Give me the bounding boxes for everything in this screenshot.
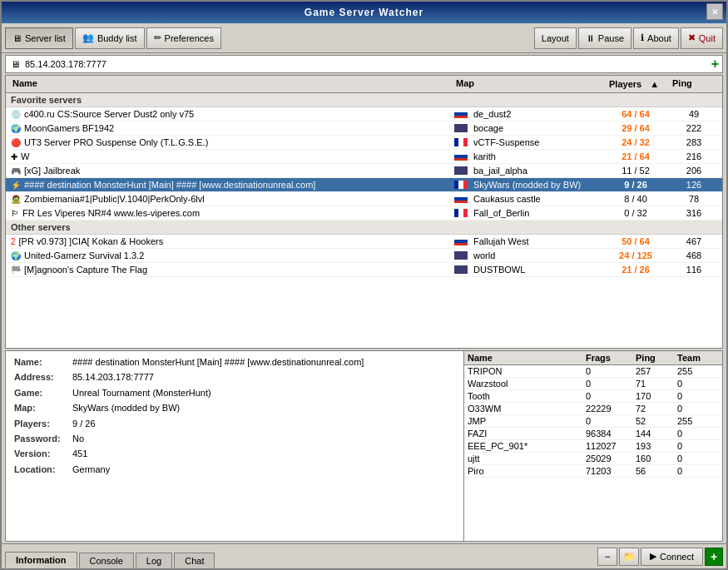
info-password-value: No: [72, 433, 84, 445]
list-item: TRIPON0257255: [464, 365, 722, 378]
about-icon: ℹ: [641, 32, 644, 43]
info-password-row: Password: No: [14, 433, 455, 445]
monitor-icon: 🖥: [11, 59, 20, 69]
info-panel: Name: #### destination MonsterHunt [Main…: [6, 351, 464, 541]
table-row[interactable]: 🏁[M]agnoon's Capture The Flag DUSTBOWL 2…: [6, 263, 722, 277]
info-game-row: Game: Unreal Tournament (MonsterHunt): [14, 387, 455, 399]
players-panel: Name Frags Ping Team TRIPON0257255Warzst…: [464, 351, 722, 541]
info-map-value: SkyWars (modded by BW): [72, 402, 180, 414]
list-item: ujtt250291600: [464, 453, 722, 465]
tab-information[interactable]: Information: [5, 552, 77, 568]
list-item: Tooth01700: [464, 390, 722, 403]
info-version-row: Version: 451: [14, 448, 455, 460]
buddy-list-label: Buddy list: [97, 33, 137, 43]
info-name-value: #### destination MonsterHunt [Main] ####…: [72, 356, 364, 369]
col-players-header: Players ▲: [602, 77, 669, 91]
tab-log[interactable]: Log: [136, 553, 172, 568]
list-item: EEE_PC_901*1120271930: [464, 440, 722, 453]
layout-button[interactable]: Layout: [534, 27, 577, 49]
pause-button[interactable]: ⏸ Pause: [578, 27, 631, 49]
bottom-panel: Name: #### destination MonsterHunt [Main…: [5, 350, 723, 542]
connect-button[interactable]: ▶ Connect: [641, 548, 703, 566]
players-header: Name Frags Ping Team: [464, 351, 722, 365]
toolbar-right: Layout ⏸ Pause ℹ About ✖ Quit: [534, 27, 723, 49]
info-players-value: 9 / 26: [72, 418, 96, 430]
quit-button[interactable]: ✖ Quit: [681, 27, 723, 49]
info-map-row: Map: SkyWars (modded by BW): [14, 402, 455, 414]
info-players-row: Players: 9 / 26: [14, 418, 455, 430]
table-row[interactable]: ✚W karith 21 / 64 216: [6, 150, 722, 164]
status-tabs: Information Console Log Chat: [2, 544, 220, 568]
pause-icon: ⏸: [586, 33, 595, 43]
address-value: 85.14.203.178:7777: [25, 59, 106, 69]
titlebar: Game Server Watcher ✕: [2, 2, 726, 23]
list-item: Warzstool0710: [464, 378, 722, 390]
server-list-button[interactable]: 🖥 Server list: [5, 27, 73, 49]
table-row[interactable]: 🌍United-Gamerz Survival 1.3.2 world 24 /…: [6, 249, 722, 263]
layout-label: Layout: [542, 33, 569, 43]
about-button[interactable]: ℹ About: [633, 27, 679, 49]
table-row[interactable]: 2[PR v0.973] ]CIA[ Kokan & Hookers Fallu…: [6, 235, 722, 249]
pause-label: Pause: [598, 33, 624, 43]
info-address-row: Address: 85.14.203.178:7777: [14, 371, 455, 384]
col-name-header: Name: [9, 77, 453, 91]
info-location-row: Location: Germany: [14, 463, 455, 476]
folder-icon: 📁: [623, 551, 636, 563]
tab-chat[interactable]: Chat: [174, 553, 215, 568]
folder-button[interactable]: 📁: [619, 548, 639, 566]
list-item: Piro71203560: [464, 465, 722, 478]
players-col-ping: Ping: [636, 353, 677, 363]
server-list-label: Server list: [25, 33, 66, 43]
info-game-value: Unreal Tournament (MonsterHunt): [72, 387, 211, 399]
buddy-list-icon: 👥: [82, 32, 94, 43]
info-location-value: Germany: [72, 463, 110, 476]
server-list-icon: 🖥: [12, 33, 22, 43]
info-name-row: Name: #### destination MonsterHunt [Main…: [14, 356, 455, 369]
buddy-list-button[interactable]: 👥 Buddy list: [75, 27, 145, 49]
table-row[interactable]: 🔴UT3 Server PRO Suspense Only (T.L.G.S.E…: [6, 136, 722, 150]
players-col-frags: Frags: [586, 353, 636, 363]
window-title: Game Server Watcher: [305, 7, 423, 18]
table-row[interactable]: 🏳FR Les Viperes NR#4 www.les-viperes.com…: [6, 206, 722, 221]
favorite-servers-header: Favorite servers: [6, 93, 722, 107]
players-list: TRIPON0257255Warzstool0710Tooth01700O33W…: [464, 365, 722, 541]
address-bar: 🖥 85.14.203.178:7777 +: [5, 55, 723, 73]
list-item: FAZI963841440: [464, 428, 722, 440]
about-label: About: [647, 33, 671, 43]
table-row[interactable]: 💿c400.ru CS:Source Server Dust2 only v75…: [6, 107, 722, 121]
info-address-value: 85.14.203.178:7777: [72, 371, 154, 384]
list-item: O33WM22229720: [464, 403, 722, 415]
list-header: Name Map Players ▲ Ping: [6, 76, 722, 93]
quit-icon: ✖: [688, 32, 696, 43]
table-row[interactable]: 🧟Zombiemania#1|Public|V.1040|PerkOnly-6l…: [6, 192, 722, 206]
server-list: Name Map Players ▲ Ping Favorite servers…: [5, 75, 723, 349]
add-button[interactable]: +: [705, 548, 723, 566]
col-ping-header: Ping: [669, 77, 719, 91]
play-icon: ▶: [650, 551, 656, 562]
minus-button[interactable]: −: [597, 548, 617, 566]
preferences-icon: ✏: [154, 32, 161, 43]
tab-console[interactable]: Console: [79, 553, 134, 568]
list-item: JMP052255: [464, 415, 722, 428]
toolbar: 🖥 Server list 👥 Buddy list ✏ Preferences…: [2, 23, 726, 53]
table-row[interactable]: 🎮[xG] Jailbreak ba_jail_alpha 11 / 52 20…: [6, 164, 722, 178]
table-row[interactable]: 🌍MoonGamers BF1942 bocage 29 / 64 222: [6, 121, 722, 136]
add-server-icon[interactable]: +: [711, 57, 719, 72]
status-bar: Information Console Log Chat − 📁 ▶ Conne…: [2, 543, 726, 568]
col-map-header: Map: [453, 77, 602, 91]
preferences-button[interactable]: ✏ Preferences: [146, 27, 221, 49]
players-col-team: Team: [677, 353, 719, 363]
close-button[interactable]: ✕: [706, 3, 723, 20]
table-row[interactable]: ⚡#### destination MonsterHunt [Main] ###…: [6, 178, 722, 192]
quit-label: Quit: [699, 33, 716, 43]
info-version-value: 451: [72, 448, 87, 460]
other-servers-header: Other servers: [6, 221, 722, 235]
status-right: − 📁 ▶ Connect +: [594, 544, 726, 568]
preferences-label: Preferences: [165, 33, 214, 43]
players-col-name: Name: [468, 353, 586, 363]
